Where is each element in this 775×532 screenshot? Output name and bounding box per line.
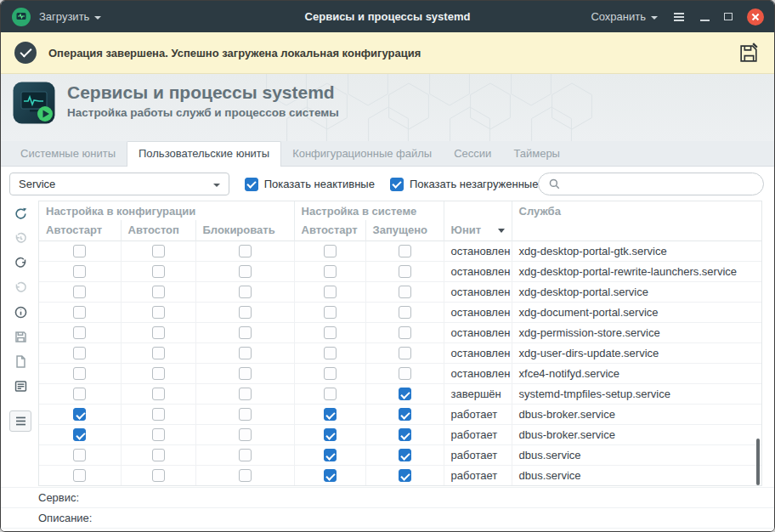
table-row[interactable]: остановленxdg-desktop-portal.service (39, 281, 761, 302)
tab-sessions[interactable]: Сессии (443, 141, 502, 166)
row-checkbox[interactable] (73, 408, 86, 421)
row-checkbox[interactable] (239, 286, 252, 298)
row-checkbox[interactable] (152, 367, 165, 380)
row-checkbox[interactable] (152, 306, 165, 319)
row-checkbox[interactable] (239, 469, 252, 482)
row-checkbox[interactable] (152, 245, 165, 258)
row-checkbox[interactable] (399, 286, 411, 298)
table-row[interactable]: остановленxdg-permission-store.service (39, 322, 761, 342)
row-checkbox[interactable] (324, 286, 337, 298)
table-row[interactable]: остановленxdg-desktop-portal-gtk.service (39, 241, 761, 261)
row-checkbox[interactable] (73, 469, 86, 482)
row-checkbox[interactable] (399, 388, 411, 400)
show-inactive-checkbox[interactable] (245, 178, 258, 191)
close-button[interactable] (747, 8, 764, 25)
row-checkbox[interactable] (324, 265, 337, 278)
undo-button[interactable] (9, 277, 31, 298)
row-checkbox[interactable] (399, 265, 411, 278)
row-checkbox[interactable] (152, 326, 165, 339)
table-row[interactable]: остановленxfce4-notifyd.service (39, 363, 761, 383)
show-unloaded-checkbox[interactable] (390, 178, 404, 191)
new-file-button[interactable] (9, 351, 31, 372)
table-row[interactable]: работаетdbus.service (39, 444, 761, 465)
table-row[interactable]: работаетdbus-broker.service (39, 404, 761, 424)
row-checkbox[interactable] (239, 428, 252, 441)
row-checkbox[interactable] (239, 326, 252, 339)
col-header-running[interactable]: Запущено (365, 220, 444, 241)
list-view-button[interactable] (9, 410, 31, 432)
row-checkbox[interactable] (152, 388, 165, 400)
table-row[interactable]: остановленxdg-document-portal.service (39, 302, 761, 322)
show-inactive-filter[interactable]: Показать неактивные (245, 178, 375, 191)
row-checkbox[interactable] (73, 428, 86, 441)
row-checkbox[interactable] (152, 428, 165, 441)
table-row[interactable]: работаетdbus.service (39, 465, 761, 485)
col-header-block[interactable]: Блокировать (195, 220, 294, 241)
refresh-button[interactable] (9, 203, 31, 224)
row-checkbox[interactable] (399, 326, 411, 339)
row-checkbox[interactable] (324, 428, 337, 441)
row-checkbox[interactable] (399, 347, 411, 359)
col-header-unit[interactable]: Юнит (444, 220, 512, 241)
row-checkbox[interactable] (152, 347, 165, 359)
search-input[interactable] (567, 178, 754, 190)
tab-system-units[interactable]: Системные юниты (9, 141, 127, 166)
row-checkbox[interactable] (239, 347, 252, 359)
table-row[interactable]: завершёнsystemd-tmpfiles-setup.service (39, 383, 761, 404)
row-checkbox[interactable] (73, 449, 86, 461)
row-checkbox[interactable] (399, 306, 411, 319)
row-checkbox[interactable] (324, 306, 337, 319)
tab-timers[interactable]: Таймеры (502, 141, 571, 166)
show-unloaded-filter[interactable]: Показать незагруженные (390, 178, 539, 191)
row-checkbox[interactable] (324, 367, 337, 380)
row-checkbox[interactable] (73, 347, 86, 359)
row-checkbox[interactable] (73, 286, 86, 298)
row-checkbox[interactable] (152, 449, 165, 461)
row-checkbox[interactable] (239, 408, 252, 421)
search-box[interactable] (538, 173, 764, 195)
row-checkbox[interactable] (324, 347, 337, 359)
table-row[interactable]: работаетdbus-broker.service (39, 424, 761, 444)
row-checkbox[interactable] (152, 469, 165, 482)
row-checkbox[interactable] (399, 469, 411, 482)
row-checkbox[interactable] (324, 326, 337, 339)
save-button[interactable]: Сохранить (591, 10, 658, 23)
row-checkbox[interactable] (239, 388, 252, 400)
tab-user-units[interactable]: Пользовательские юниты (127, 141, 281, 167)
col-header-cfg-autostart[interactable]: Автостарт (39, 220, 121, 241)
row-checkbox[interactable] (239, 306, 252, 319)
row-checkbox[interactable] (152, 286, 165, 298)
row-checkbox[interactable] (73, 265, 86, 278)
row-checkbox[interactable] (239, 265, 252, 278)
row-checkbox[interactable] (239, 449, 252, 461)
save-file-button[interactable] (9, 326, 31, 348)
row-checkbox[interactable] (324, 245, 337, 258)
row-checkbox[interactable] (324, 408, 337, 421)
row-checkbox[interactable] (152, 408, 165, 421)
row-checkbox[interactable] (239, 245, 252, 258)
vertical-scrollbar[interactable] (756, 439, 760, 485)
row-checkbox[interactable] (73, 326, 86, 339)
row-checkbox[interactable] (239, 367, 252, 380)
row-checkbox[interactable] (399, 245, 411, 258)
table-row[interactable]: остановленxdg-desktop-portal-rewrite-lau… (39, 261, 761, 281)
row-checkbox[interactable] (399, 408, 411, 421)
row-checkbox[interactable] (73, 388, 86, 400)
menu-button[interactable] (672, 10, 686, 24)
row-checkbox[interactable] (324, 388, 337, 400)
row-checkbox[interactable] (399, 449, 411, 461)
tab-config-files[interactable]: Конфигурационные файлы (281, 141, 443, 166)
row-checkbox[interactable] (399, 367, 411, 380)
col-header-sys-autostart[interactable]: Автостарт (294, 220, 365, 241)
minimize-button[interactable] (700, 20, 710, 21)
redo-button[interactable] (9, 252, 31, 274)
load-button[interactable]: Загрузить (39, 10, 101, 23)
table-row[interactable]: остановленxdg-user-dirs-update.service (39, 342, 761, 363)
unit-type-select[interactable]: Service (9, 173, 229, 195)
info-button[interactable] (9, 302, 31, 323)
row-checkbox[interactable] (73, 306, 86, 319)
row-checkbox[interactable] (152, 265, 165, 278)
save-config-button[interactable] (738, 42, 761, 65)
row-checkbox[interactable] (324, 469, 337, 482)
restore-button[interactable] (724, 13, 733, 20)
